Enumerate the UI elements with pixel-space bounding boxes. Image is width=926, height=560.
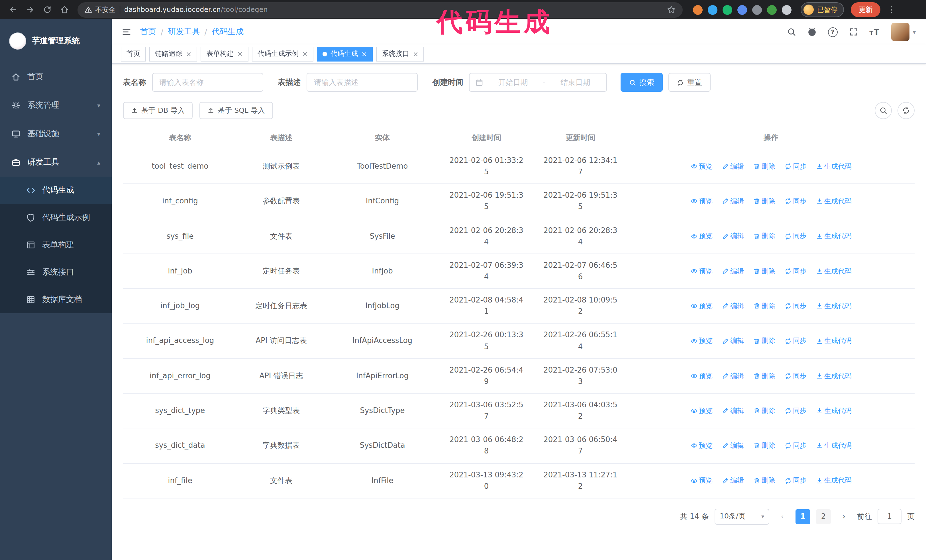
delete-link[interactable]: 删除 xyxy=(753,266,775,276)
generate-code-link[interactable]: 生成代码 xyxy=(816,301,852,311)
extension-icon-1[interactable] xyxy=(693,5,703,15)
generate-code-link[interactable]: 生成代码 xyxy=(816,231,852,242)
fullscreen-icon[interactable] xyxy=(849,27,858,36)
generate-code-link[interactable]: 生成代码 xyxy=(816,475,852,486)
extension-icon-3[interactable] xyxy=(723,5,732,15)
preview-link[interactable]: 预览 xyxy=(690,440,713,451)
delete-link[interactable]: 删除 xyxy=(753,336,775,346)
bookmark-star-icon[interactable] xyxy=(667,5,676,14)
date-range-picker[interactable]: 开始日期 - 结束日期 xyxy=(469,73,607,92)
preview-link[interactable]: 预览 xyxy=(690,336,713,346)
generate-code-link[interactable]: 生成代码 xyxy=(816,406,852,416)
page-button-1[interactable]: 1 xyxy=(796,509,810,524)
browser-menu-icon[interactable]: ⋮ xyxy=(885,5,898,15)
browser-update-button[interactable]: 更新 xyxy=(851,2,881,17)
search-button[interactable]: 搜索 xyxy=(620,73,663,92)
delete-link[interactable]: 删除 xyxy=(753,440,775,451)
sidebar-subitem-codegen[interactable]: 代码生成 xyxy=(0,177,112,204)
tab-trace[interactable]: 链路追踪× xyxy=(149,47,197,61)
next-page-button[interactable]: › xyxy=(837,509,851,524)
preview-link[interactable]: 预览 xyxy=(690,301,713,311)
generate-code-link[interactable]: 生成代码 xyxy=(816,196,852,207)
tab-form-builder[interactable]: 表单构建× xyxy=(201,47,248,61)
generate-code-link[interactable]: 生成代码 xyxy=(816,161,852,172)
browser-reload-button[interactable] xyxy=(40,2,55,17)
preview-link[interactable]: 预览 xyxy=(690,475,713,486)
table-desc-input[interactable] xyxy=(307,73,418,92)
tab-close-icon[interactable]: × xyxy=(237,50,243,58)
delete-link[interactable]: 删除 xyxy=(753,301,775,311)
edit-link[interactable]: 编辑 xyxy=(722,336,744,346)
delete-link[interactable]: 删除 xyxy=(753,196,775,207)
preview-link[interactable]: 预览 xyxy=(690,231,713,242)
extension-icon-2[interactable] xyxy=(708,5,717,15)
tab-system-api[interactable]: 系统接口× xyxy=(377,47,424,61)
hamburger-icon[interactable] xyxy=(122,27,131,36)
edit-link[interactable]: 编辑 xyxy=(722,266,744,276)
breadcrumb-item-home[interactable]: 首页 xyxy=(140,27,156,37)
preview-link[interactable]: 预览 xyxy=(690,266,713,276)
edit-link[interactable]: 编辑 xyxy=(722,406,744,416)
sidebar-subitem-system-api[interactable]: 系统接口 xyxy=(0,259,112,286)
edit-link[interactable]: 编辑 xyxy=(722,371,744,381)
browser-forward-button[interactable] xyxy=(23,2,38,17)
generate-code-link[interactable]: 生成代码 xyxy=(816,336,852,346)
delete-link[interactable]: 删除 xyxy=(753,406,775,416)
delete-link[interactable]: 删除 xyxy=(753,475,775,486)
breadcrumb-item-dev-tools[interactable]: 研发工具 xyxy=(168,27,200,37)
tab-home[interactable]: 首页 xyxy=(121,47,146,61)
generate-code-link[interactable]: 生成代码 xyxy=(816,266,852,276)
security-status[interactable]: 不安全 xyxy=(84,5,116,15)
sidebar-item-home[interactable]: 首页 xyxy=(0,63,112,91)
sync-link[interactable]: 同步 xyxy=(784,336,806,346)
sync-link[interactable]: 同步 xyxy=(784,196,806,207)
font-size-icon[interactable]: TT xyxy=(869,27,880,36)
toggle-search-button[interactable] xyxy=(875,102,892,119)
tab-close-icon[interactable]: × xyxy=(413,50,419,58)
sidebar-item-system-management[interactable]: 系统管理 ▾ xyxy=(0,91,112,120)
delete-link[interactable]: 删除 xyxy=(753,161,775,172)
sync-link[interactable]: 同步 xyxy=(784,440,806,451)
sidebar-subitem-form-builder[interactable]: 表单构建 xyxy=(0,231,112,259)
edit-link[interactable]: 编辑 xyxy=(722,196,744,207)
table-name-input[interactable] xyxy=(152,73,263,92)
edit-link[interactable]: 编辑 xyxy=(722,301,744,311)
page-button-2[interactable]: 2 xyxy=(816,509,831,524)
sidebar-subitem-codegen-demo[interactable]: 代码生成示例 xyxy=(0,204,112,231)
preview-link[interactable]: 预览 xyxy=(690,406,713,416)
tab-close-icon[interactable]: × xyxy=(361,50,367,58)
browser-home-button[interactable] xyxy=(57,2,72,17)
help-icon[interactable]: ? xyxy=(828,27,837,37)
tab-codegen[interactable]: 代码生成× xyxy=(317,47,373,61)
sync-link[interactable]: 同步 xyxy=(784,371,806,381)
preview-link[interactable]: 预览 xyxy=(690,196,713,207)
browser-back-button[interactable] xyxy=(6,2,21,17)
generate-code-link[interactable]: 生成代码 xyxy=(816,371,852,381)
edit-link[interactable]: 编辑 xyxy=(722,161,744,172)
page-size-select[interactable]: 10条/页 ▾ xyxy=(714,509,769,525)
edit-link[interactable]: 编辑 xyxy=(722,231,744,242)
sidebar-item-dev-tools[interactable]: 研发工具 ▴ xyxy=(0,148,112,177)
generate-code-link[interactable]: 生成代码 xyxy=(816,440,852,451)
edit-link[interactable]: 编辑 xyxy=(722,475,744,486)
edit-link[interactable]: 编辑 xyxy=(722,440,744,451)
refresh-button[interactable] xyxy=(897,102,915,119)
sync-link[interactable]: 同步 xyxy=(784,406,806,416)
sync-link[interactable]: 同步 xyxy=(784,231,806,242)
goto-page-input[interactable] xyxy=(878,509,902,524)
delete-link[interactable]: 删除 xyxy=(753,231,775,242)
sync-link[interactable]: 同步 xyxy=(784,475,806,486)
tab-close-icon[interactable]: × xyxy=(302,50,308,58)
import-sql-button[interactable]: 基于 SQL 导入 xyxy=(200,102,273,119)
preview-link[interactable]: 预览 xyxy=(690,161,713,172)
extension-icon-6[interactable] xyxy=(767,5,777,15)
profile-paused-chip[interactable]: 已暂停 xyxy=(800,2,844,17)
prev-page-button[interactable]: ‹ xyxy=(775,509,790,524)
sync-link[interactable]: 同步 xyxy=(784,301,806,311)
extension-icon-5[interactable] xyxy=(752,5,762,15)
puzzle-extensions-icon[interactable] xyxy=(782,5,791,15)
preview-link[interactable]: 预览 xyxy=(690,371,713,381)
user-menu[interactable]: ▾ xyxy=(891,23,916,41)
extension-icon-4[interactable] xyxy=(737,5,747,15)
address-bar[interactable]: 不安全 dashboard.yudao.iocoder.cn/tool/code… xyxy=(77,2,683,17)
